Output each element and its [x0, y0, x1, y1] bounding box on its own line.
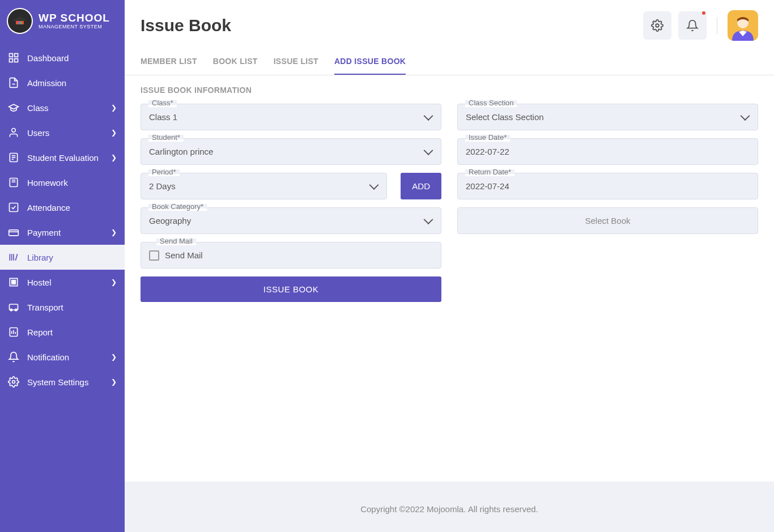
- sidebar-item-admission[interactable]: Admission: [0, 70, 125, 95]
- sidebar-item-label: Users: [27, 128, 111, 138]
- class-section-label: Class Section: [465, 99, 517, 107]
- sidebar-item-student-evaluation[interactable]: Student Evaluation❯: [0, 145, 125, 170]
- sidebar-item-label: Payment: [27, 228, 111, 237]
- sidebar-item-label: Admission: [27, 78, 117, 88]
- settings-button[interactable]: [643, 11, 671, 40]
- notifications-button[interactable]: [678, 11, 707, 40]
- sidebar-item-payment[interactable]: Payment❯: [0, 220, 125, 245]
- users-icon: [8, 127, 19, 138]
- tab-issue-list[interactable]: ISSUE LIST: [274, 57, 318, 75]
- footer: Copyright ©2022 Mojoomla. All rights res…: [125, 482, 774, 532]
- class-label: Class*: [148, 99, 177, 107]
- tab-add-issue-book[interactable]: ADD ISSUE BOOK: [334, 57, 406, 75]
- issue-book-button[interactable]: ISSUE BOOK: [141, 276, 441, 302]
- class-select[interactable]: Class 1: [141, 104, 441, 130]
- svg-rect-20: [12, 280, 14, 282]
- chevron-right-icon: ❯: [111, 104, 117, 112]
- sidebar-item-label: Attendance: [27, 203, 117, 212]
- logo-icon: [7, 8, 33, 34]
- content: ISSUE BOOK INFORMATION Class* Class 1 St…: [125, 75, 774, 482]
- svg-point-9: [12, 129, 16, 133]
- class-section-select[interactable]: Select Class Section: [457, 104, 758, 130]
- sidebar-item-report[interactable]: Report: [0, 320, 125, 344]
- payment-icon: [8, 227, 19, 238]
- sidebar-item-homework[interactable]: Homework: [0, 170, 125, 195]
- svg-rect-6: [15, 59, 18, 62]
- header: Issue Book: [125, 0, 774, 41]
- return-date-field[interactable]: Return Date* 2022-07-24: [457, 173, 758, 199]
- logo-subtitle: MANAGEMENT SYSTEM: [39, 24, 110, 30]
- class-section-field[interactable]: Class Section Select Class Section: [457, 104, 758, 130]
- class-icon: [8, 102, 19, 113]
- sidebar-item-system-settings[interactable]: System Settings❯: [0, 369, 125, 394]
- notification-dot: [702, 11, 705, 15]
- chevron-right-icon: ❯: [111, 154, 117, 161]
- notification-icon: [8, 351, 19, 363]
- logo[interactable]: WP SCHOOL MANAGEMENT SYSTEM: [0, 0, 125, 45]
- svg-rect-5: [15, 54, 18, 57]
- select-book[interactable]: Select Book: [457, 207, 758, 234]
- sidebar-item-label: Dashboard: [27, 53, 117, 63]
- send-mail-checkbox[interactable]: [149, 250, 159, 261]
- sidebar-item-transport[interactable]: Transport: [0, 295, 125, 320]
- avatar[interactable]: [728, 10, 758, 41]
- homework-icon: [8, 177, 19, 188]
- issue-date-label: Issue Date*: [465, 133, 510, 142]
- svg-rect-2: [18, 22, 19, 24]
- send-mail-legend: Send Mail: [156, 237, 196, 245]
- sidebar-item-attendance[interactable]: Attendance: [0, 195, 125, 220]
- sidebar-item-label: Class: [27, 103, 111, 113]
- tab-book-list[interactable]: BOOK LIST: [213, 57, 258, 75]
- svg-point-32: [656, 24, 659, 27]
- logo-title: WP SCHOOL: [39, 12, 110, 24]
- svg-rect-22: [12, 283, 14, 284]
- add-button[interactable]: ADD: [401, 173, 441, 199]
- section-title: ISSUE BOOK INFORMATION: [141, 86, 758, 95]
- issue-date-field[interactable]: Issue Date* 2022-07-22: [457, 138, 758, 165]
- svg-rect-4: [10, 54, 13, 57]
- svg-rect-21: [14, 280, 16, 282]
- return-date-input[interactable]: 2022-07-24: [457, 173, 758, 199]
- admission-icon: [8, 77, 19, 88]
- period-field[interactable]: Period* 2 Days: [141, 173, 387, 199]
- sidebar-item-hostel[interactable]: Hostel❯: [0, 270, 125, 295]
- sidebar-item-label: Report: [27, 327, 117, 337]
- bell-icon: [686, 19, 699, 32]
- class-field[interactable]: Class* Class 1: [141, 104, 441, 130]
- sidebar: WP SCHOOL MANAGEMENT SYSTEM DashboardAdm…: [0, 0, 125, 532]
- student-label: Student*: [148, 133, 184, 142]
- transport-icon: [8, 301, 19, 313]
- student-select[interactable]: Carlington prince: [141, 138, 441, 165]
- sidebar-item-dashboard[interactable]: Dashboard: [0, 45, 125, 70]
- sidebar-item-label: Transport: [27, 303, 117, 312]
- chevron-right-icon: ❯: [111, 353, 117, 361]
- issue-date-input[interactable]: 2022-07-22: [457, 138, 758, 165]
- send-mail-field: Send Mail Send Mail: [141, 242, 441, 269]
- sidebar-item-label: Homework: [27, 178, 117, 188]
- book-category-field[interactable]: Book Category* Geography: [141, 207, 441, 234]
- sidebar-item-class[interactable]: Class❯: [0, 95, 125, 120]
- chevron-right-icon: ❯: [111, 129, 117, 137]
- svg-point-31: [12, 381, 15, 384]
- send-mail-label: Send Mail: [165, 250, 203, 260]
- sidebar-item-users[interactable]: Users❯: [0, 120, 125, 145]
- chevron-right-icon: ❯: [111, 378, 117, 386]
- sidebar-item-library[interactable]: Library: [0, 245, 125, 270]
- select-book-field[interactable]: Select Book: [457, 207, 758, 234]
- sidebar-item-notification[interactable]: Notification❯: [0, 344, 125, 369]
- chevron-right-icon: ❯: [111, 278, 117, 286]
- svg-rect-17: [10, 203, 18, 212]
- chevron-right-icon: ❯: [111, 228, 117, 236]
- divider: [717, 17, 717, 34]
- sidebar-item-label: System Settings: [27, 377, 111, 387]
- period-select[interactable]: 2 Days: [141, 173, 387, 199]
- dashboard-icon: [8, 52, 19, 63]
- main: Issue Book MEMBER LISTBOOK LISTISSUE LIS…: [125, 0, 774, 532]
- gear-icon: [651, 19, 664, 32]
- svg-rect-7: [10, 59, 13, 62]
- sidebar-item-label: Student Evaluation: [27, 153, 111, 163]
- book-category-select[interactable]: Geography: [141, 207, 441, 234]
- tab-member-list[interactable]: MEMBER LIST: [141, 57, 197, 75]
- student-field[interactable]: Student* Carlington prince: [141, 138, 441, 165]
- svg-rect-1: [16, 21, 24, 24]
